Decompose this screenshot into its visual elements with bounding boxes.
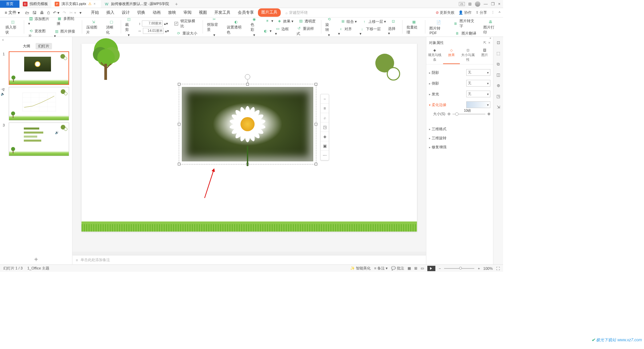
- rotation-handle[interactable]: [245, 74, 250, 80]
- menu-tab-slideshow[interactable]: 放映: [165, 8, 179, 17]
- qat-dropdown-icon[interactable]: ▾: [79, 10, 82, 15]
- lock-ratio-checkbox[interactable]: 锁定纵横比: [174, 18, 199, 29]
- prop-tab-pic[interactable]: 🖼图片: [476, 46, 493, 64]
- float-fx[interactable]: ▣: [321, 141, 329, 151]
- comments-toggle[interactable]: 💬 批注: [391, 266, 404, 271]
- menu-tab-animation[interactable]: 动画: [149, 8, 164, 17]
- menu-tab-design[interactable]: 设计: [118, 8, 133, 17]
- prop-3d-rotate[interactable]: 三维旋转: [429, 136, 446, 141]
- border-button[interactable]: ▭ 边框 ▾: [275, 26, 291, 36]
- pane-tab-outline[interactable]: 大纲: [20, 43, 33, 49]
- prop-tab-size[interactable]: ⊡大小与属性: [460, 46, 477, 64]
- update-failed[interactable]: ⊘ 更新失败: [436, 10, 454, 15]
- select-button[interactable]: 选择 ▾: [388, 26, 398, 36]
- slider-knob[interactable]: [455, 112, 459, 116]
- resize-handle[interactable]: [178, 123, 180, 126]
- prop-close-icon[interactable]: ×: [488, 41, 490, 45]
- close-window-icon[interactable]: ×: [498, 2, 500, 6]
- preview-icon[interactable]: ⎙: [47, 10, 50, 15]
- sidetool-object-icon[interactable]: ◳: [496, 94, 500, 99]
- float-more[interactable]: ⋯: [321, 151, 329, 160]
- float-crop[interactable]: ◳: [321, 122, 329, 132]
- transparency-button[interactable]: ▨ 透明度: [298, 18, 316, 24]
- height-input[interactable]: [142, 20, 163, 27]
- zoom-slider[interactable]: [444, 268, 474, 269]
- view-normal-icon[interactable]: ▦: [408, 266, 411, 270]
- menu-tab-transition[interactable]: 切换: [134, 8, 149, 17]
- menu-tab-review[interactable]: 审阅: [180, 8, 195, 17]
- thumbnail-3[interactable]: 🔊: [9, 122, 69, 156]
- prop-soft-edge[interactable]: 柔化边缘: [429, 102, 446, 107]
- share-button[interactable]: ⇪ 分享: [476, 10, 487, 15]
- h-scrollbar[interactable]: [72, 252, 426, 255]
- tab-help[interactable]: W如何修改图片默认...堂 -源WPS学院: [101, 0, 172, 8]
- zoom-knob[interactable]: [459, 267, 462, 269]
- add-image-button[interactable]: 🖼 添加图片 ▾: [28, 16, 52, 26]
- more-icon[interactable]: ⋮: [491, 10, 495, 15]
- sidetool-style-icon[interactable]: ⬚: [496, 51, 500, 56]
- zoom-in-icon[interactable]: +: [478, 266, 480, 270]
- reflection-combo[interactable]: 无▾: [466, 80, 490, 87]
- collapse-pane-icon[interactable]: «: [0, 37, 72, 42]
- glow-combo[interactable]: 无▾: [466, 91, 490, 97]
- maximize-icon[interactable]: ❐: [491, 2, 495, 6]
- float-bulb[interactable]: ◈: [321, 132, 329, 141]
- float-minus[interactable]: −: [321, 94, 329, 104]
- open-icon[interactable]: 🗁: [25, 10, 29, 15]
- beautify-button[interactable]: ✨ 智能美化: [350, 266, 371, 271]
- multi-carousel-button[interactable]: ▦ 多图轮播: [57, 16, 77, 26]
- view-sorter-icon[interactable]: ⊞: [414, 266, 417, 270]
- slideshow-button[interactable]: [427, 266, 435, 271]
- to-text-button[interactable]: 🗎 图片转文字: [453, 18, 478, 29]
- notes-toggle[interactable]: ≡ 备注 ▾: [374, 266, 388, 271]
- prop-glow[interactable]: 发光: [429, 92, 439, 97]
- notes-bar[interactable]: ≡单击此处添加备注: [72, 255, 426, 264]
- group-button[interactable]: ⊞ 组合 ▾: [340, 19, 357, 24]
- thumbnail-1[interactable]: [9, 51, 69, 85]
- sidetool-export-icon[interactable]: ⇲: [497, 105, 500, 109]
- rib-remove-bg[interactable]: ✂抠除背景 ▾: [204, 19, 224, 36]
- float-zoom[interactable]: ⌕: [321, 113, 329, 122]
- resize-handle[interactable]: [246, 83, 249, 86]
- add-slide-button[interactable]: +: [0, 254, 72, 264]
- minimize-icon[interactable]: —: [484, 2, 488, 6]
- sidetool-anim-icon[interactable]: ◫: [496, 72, 500, 77]
- apps-icon[interactable]: ⊞: [468, 2, 472, 6]
- redo-icon[interactable]: ↷: [63, 10, 66, 15]
- view-reading-icon[interactable]: ▭: [421, 266, 424, 270]
- rib-set-trans[interactable]: ◐设置透明色: [224, 19, 248, 36]
- rib-crop[interactable]: ◫裁剪 ▾: [122, 19, 135, 36]
- fit-icon[interactable]: ⛶: [496, 266, 500, 270]
- shadow-combo[interactable]: 无▾: [466, 69, 490, 76]
- tab-home[interactable]: 首页: [0, 0, 19, 8]
- menu-tab-dev[interactable]: 开发工具: [211, 8, 234, 17]
- reset-style-button[interactable]: ↺ 重设样式: [297, 26, 317, 36]
- prop-popout-icon[interactable]: ⇱: [483, 41, 486, 45]
- float-layers[interactable]: ≡: [321, 104, 329, 113]
- rib-batch[interactable]: ▦批量处理: [404, 19, 424, 36]
- soft-slider[interactable]: [452, 114, 485, 114]
- search-box[interactable]: ⌕ 穿越型环绕: [285, 10, 308, 15]
- avatar-icon[interactable]: [475, 1, 480, 7]
- slide[interactable]: − ≡ ⌕ ◳ ◈ ▣ ⋯: [82, 44, 417, 232]
- menu-tab-view[interactable]: 视图: [196, 8, 210, 17]
- canvas[interactable]: − ≡ ⌕ ◳ ◈ ▣ ⋯: [72, 37, 426, 252]
- pane-tab-slides[interactable]: 幻灯片: [36, 43, 52, 49]
- menu-tab-vip[interactable]: 会员专享: [234, 8, 257, 17]
- move-down-button[interactable]: ↓ 下移一层 ▾: [360, 26, 383, 36]
- prop-shadow[interactable]: 阴影: [429, 70, 439, 75]
- rib-print[interactable]: 🖶图片打印: [481, 19, 500, 36]
- close-icon[interactable]: ×: [94, 2, 98, 6]
- rib-color[interactable]: ◉色彩 ▾: [248, 19, 261, 36]
- soft-combo[interactable]: ▾: [466, 101, 490, 108]
- rib-to-pdf[interactable]: 📄图片转PDF: [427, 19, 450, 36]
- collab-button[interactable]: 👤 协作: [459, 10, 472, 15]
- translate-button[interactable]: 🗎 图片翻译: [455, 31, 476, 36]
- menu-tab-insert[interactable]: 插入: [103, 8, 118, 17]
- rib-compress[interactable]: ⇲压缩图片: [84, 19, 103, 36]
- print-icon[interactable]: 🖶: [40, 10, 44, 15]
- resize-handle[interactable]: [315, 163, 317, 165]
- resize-handle[interactable]: [178, 163, 180, 165]
- selected-image[interactable]: [179, 84, 316, 164]
- slider-minus-icon[interactable]: ⊖: [447, 112, 450, 116]
